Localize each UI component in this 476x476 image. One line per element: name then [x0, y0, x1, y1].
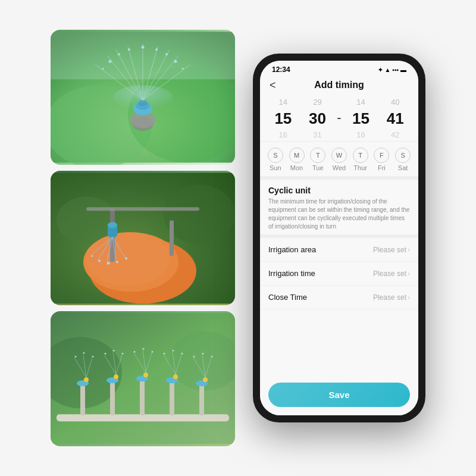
day-label-mon: Mon [290, 164, 303, 171]
time-picker[interactable]: 14 15 16 29 30 31 - [260, 96, 418, 141]
close-time-label: Close Time [268, 293, 307, 302]
time-separator: - [337, 110, 341, 128]
day-label-sun: Sun [270, 164, 281, 171]
svg-point-45 [116, 261, 118, 263]
photo-1 [51, 30, 235, 165]
svg-point-85 [83, 352, 85, 354]
day-circle-fri: F [374, 148, 389, 163]
bluetooth-icon: ✦ [378, 67, 383, 73]
day-sat[interactable]: S Sat [395, 148, 411, 171]
start-hour-col[interactable]: 14 15 16 [266, 96, 300, 141]
end-minute-selected: 41 [387, 109, 404, 129]
day-tue[interactable]: T Tue [310, 148, 325, 171]
svg-point-93 [164, 353, 165, 355]
day-thur[interactable]: T Thur [353, 148, 368, 171]
photo-collage [51, 30, 235, 446]
svg-point-92 [152, 351, 154, 353]
end-hour-col[interactable]: 14 15 16 [344, 96, 378, 141]
end-hour-above: 14 [356, 96, 365, 109]
start-minute-below: 31 [313, 129, 321, 142]
svg-point-18 [109, 60, 112, 63]
day-circle-mon: M [289, 148, 305, 163]
day-circle-thur: T [353, 148, 368, 163]
end-minute-col[interactable]: 40 41 42 [378, 96, 412, 141]
main-container: 12:34 ✦ ▲ ▪▪▪ ▬ < Add timing [0, 0, 476, 476]
phone-wrapper: 12:34 ✦ ▲ ▪▪▪ ▬ < Add timing [253, 54, 425, 422]
day-circle-sat: S [395, 148, 411, 163]
irrigation-area-row[interactable]: Irrigation area Please set › [260, 238, 418, 262]
page-title: Add timing [314, 80, 364, 90]
svg-point-97 [202, 353, 204, 355]
phone-mockup: 12:34 ✦ ▲ ▪▪▪ ▬ < Add timing [253, 54, 425, 422]
settings-section: Irrigation area Please set › Irrigation … [260, 234, 418, 377]
close-time-chevron: › [408, 293, 410, 302]
svg-point-91 [143, 348, 145, 350]
svg-point-25 [102, 68, 104, 70]
status-bar: 12:34 ✦ ▲ ▪▪▪ ▬ [260, 61, 418, 76]
svg-point-95 [181, 353, 183, 355]
svg-point-44 [107, 262, 110, 265]
svg-point-43 [98, 259, 101, 262]
svg-rect-54 [80, 385, 85, 416]
svg-rect-55 [110, 382, 115, 416]
start-minute-col[interactable]: 29 30 31 [300, 96, 335, 141]
photo-3 [51, 311, 235, 446]
day-label-tue: Tue [312, 164, 324, 171]
svg-point-98 [211, 356, 213, 358]
end-minute-below: 42 [391, 129, 399, 142]
close-time-row[interactable]: Close Time Please set › [260, 286, 418, 309]
svg-point-84 [75, 356, 77, 358]
svg-point-47 [92, 255, 93, 257]
irrigation-time-label: Irrigation time [268, 269, 315, 278]
day-circle-sun: S [268, 148, 283, 163]
svg-point-66 [173, 375, 178, 380]
svg-point-90 [134, 351, 136, 353]
start-hour-above: 14 [279, 96, 287, 109]
back-button[interactable]: < [270, 79, 276, 92]
svg-point-22 [155, 48, 158, 51]
svg-rect-48 [86, 207, 199, 211]
svg-point-30 [164, 184, 235, 244]
svg-rect-49 [170, 220, 174, 256]
irrigation-time-row[interactable]: Irrigation time Please set › [260, 262, 418, 286]
svg-point-26 [182, 68, 184, 70]
svg-point-46 [125, 257, 127, 259]
svg-point-89 [122, 353, 124, 355]
cyclic-title: Cyclic unit [268, 186, 410, 195]
start-minute-above: 29 [313, 96, 321, 109]
save-button[interactable]: Save [268, 383, 410, 407]
wifi-icon: ▲ [384, 67, 390, 73]
day-mon[interactable]: M Mon [289, 148, 305, 171]
svg-rect-58 [199, 385, 204, 416]
svg-rect-56 [140, 380, 145, 416]
signal-icon: ▪▪▪ [392, 67, 399, 73]
days-row: S Sun M Mon T Tue W Wed [260, 141, 418, 176]
svg-point-37 [108, 222, 117, 228]
day-label-sat: Sat [398, 164, 408, 171]
app-header: < Add timing [260, 76, 418, 96]
photo-2 [51, 171, 235, 306]
svg-point-68 [203, 378, 208, 383]
day-sun[interactable]: S Sun [268, 148, 283, 171]
day-label-fri: Fri [378, 164, 386, 171]
time-picker-row: 14 15 16 29 30 31 - [266, 96, 412, 141]
svg-point-20 [128, 48, 130, 51]
day-label-wed: Wed [333, 164, 346, 171]
day-fri[interactable]: F Fri [374, 148, 389, 171]
irrigation-area-chevron: › [408, 246, 410, 254]
svg-point-86 [92, 356, 94, 358]
end-hour-selected: 15 [352, 109, 369, 129]
end-hour-below: 16 [356, 129, 365, 142]
start-hour-selected: 15 [274, 109, 292, 129]
svg-point-94 [173, 350, 174, 352]
battery-icon: ▬ [400, 67, 406, 73]
start-minute-selected: 30 [309, 109, 326, 129]
end-minute-above: 40 [391, 96, 399, 109]
phone-screen: 12:34 ✦ ▲ ▪▪▪ ▬ < Add timing [260, 61, 418, 415]
day-wed[interactable]: W Wed [331, 148, 347, 171]
svg-point-23 [165, 53, 168, 55]
svg-rect-57 [170, 382, 174, 416]
save-section: Save [260, 377, 418, 415]
svg-point-33 [86, 232, 170, 286]
status-time: 12:34 [272, 65, 290, 74]
